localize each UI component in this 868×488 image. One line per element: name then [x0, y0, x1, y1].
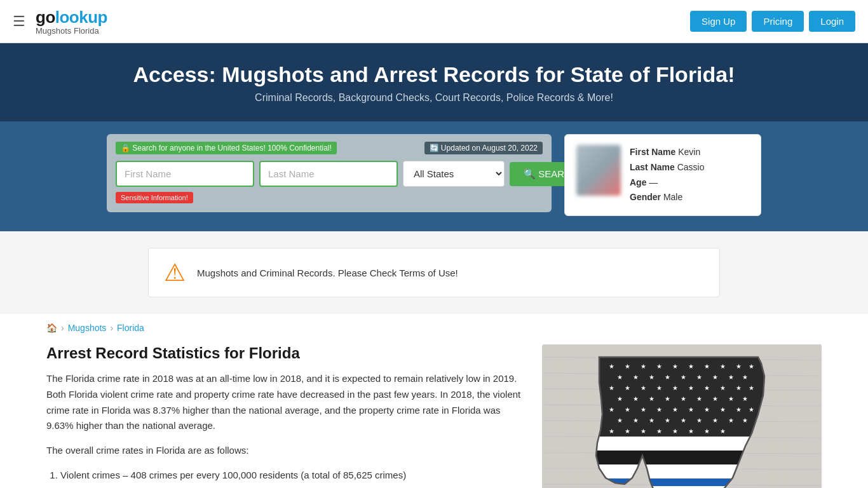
- main-layout: Arrest Record Statistics for Florida The…: [46, 344, 822, 488]
- text-content: Arrest Record Statistics for Florida The…: [46, 344, 523, 488]
- sensitive-badge: Sensitive Information!: [116, 192, 193, 203]
- svg-text:★: ★: [649, 395, 654, 402]
- svg-text:★: ★: [696, 374, 702, 381]
- result-first-name: First Name Kevin: [630, 145, 705, 160]
- svg-text:★: ★: [720, 406, 726, 413]
- login-button[interactable]: Login: [809, 11, 855, 32]
- svg-text:★: ★: [749, 406, 754, 413]
- hero-subtitle: Criminal Records, Background Checks, Cou…: [13, 92, 855, 104]
- breadcrumb: 🏠 › Mugshots › Florida: [46, 314, 822, 344]
- svg-text:★: ★: [704, 428, 710, 435]
- svg-text:★: ★: [609, 384, 614, 391]
- svg-text:★: ★: [656, 428, 662, 435]
- state-select[interactable]: All States Alabama Alaska Arizona Arkans…: [403, 161, 505, 187]
- svg-text:★: ★: [672, 363, 678, 370]
- first-name-val: Kevin: [678, 147, 700, 157]
- hero-banner: Access: Mugshots and Arrest Records for …: [0, 43, 868, 121]
- svg-text:★: ★: [641, 363, 646, 370]
- last-name-input[interactable]: [259, 161, 398, 187]
- warning-bar: ⚠ Mugshots and Criminal Records. Please …: [148, 248, 720, 297]
- search-inputs: All States Alabama Alaska Arizona Arkans…: [116, 161, 543, 187]
- first-name-label: First Name: [630, 147, 678, 157]
- svg-text:★: ★: [742, 374, 748, 381]
- age-label: Age: [630, 177, 649, 187]
- hero-title: Access: Mugshots and Arrest Records for …: [13, 62, 855, 87]
- svg-text:★: ★: [688, 406, 694, 413]
- pricing-button[interactable]: Pricing: [752, 11, 804, 32]
- svg-text:★: ★: [665, 417, 670, 424]
- breadcrumb-florida[interactable]: Florida: [117, 323, 144, 333]
- logo-area: golookup Mugshots Florida: [36, 8, 690, 36]
- svg-text:★: ★: [728, 417, 734, 424]
- avatar: [576, 145, 621, 196]
- article-list: Violent crimes – 408 crimes per every 10…: [46, 468, 523, 488]
- svg-text:★: ★: [712, 374, 718, 381]
- search-icon: 🔍: [524, 168, 536, 179]
- svg-text:★: ★: [665, 395, 670, 402]
- svg-text:★: ★: [712, 417, 718, 424]
- svg-text:★: ★: [736, 363, 742, 370]
- result-age: Age —: [630, 175, 705, 191]
- logo-lookup: lookup: [55, 8, 107, 27]
- svg-text:★: ★: [625, 363, 630, 370]
- svg-text:★: ★: [749, 384, 754, 391]
- florida-state-image: ★★★★★★★★★★ ★★★★★★★★★ ★★★★★★★★★★ ★★★★★★★★…: [542, 344, 822, 488]
- svg-text:★: ★: [704, 384, 710, 391]
- search-top-bar: 🔒 Search for anyone in the United States…: [116, 142, 543, 154]
- svg-text:★: ★: [641, 384, 646, 391]
- svg-text:★: ★: [736, 406, 742, 413]
- last-name-label: Last Name: [630, 162, 677, 172]
- breadcrumb-sep1: ›: [61, 323, 64, 333]
- confidential-badge: 🔒 Search for anyone in the United States…: [116, 142, 337, 154]
- article-paragraph2: The overall crime rates in Florida are a…: [46, 443, 523, 459]
- svg-text:★: ★: [681, 417, 686, 424]
- content-area: 🏠 › Mugshots › Florida Arrest Record Sta…: [34, 314, 834, 488]
- svg-text:★: ★: [742, 417, 748, 424]
- svg-text:★: ★: [742, 395, 748, 402]
- svg-text:★: ★: [649, 374, 654, 381]
- home-icon: 🏠: [46, 323, 57, 333]
- svg-text:★: ★: [720, 363, 726, 370]
- logo[interactable]: golookup: [36, 8, 107, 27]
- svg-text:★: ★: [625, 384, 630, 391]
- hamburger-icon[interactable]: ☰: [13, 13, 25, 30]
- svg-text:★: ★: [656, 363, 662, 370]
- svg-text:★: ★: [672, 406, 678, 413]
- svg-text:★: ★: [656, 406, 662, 413]
- svg-text:★: ★: [728, 395, 734, 402]
- svg-text:★: ★: [665, 374, 670, 381]
- svg-text:★: ★: [609, 363, 614, 370]
- svg-text:★: ★: [617, 374, 623, 381]
- svg-text:★: ★: [672, 428, 678, 435]
- svg-text:★: ★: [633, 374, 639, 381]
- logo-subtitle: Mugshots Florida: [36, 26, 99, 36]
- svg-text:★: ★: [617, 395, 623, 402]
- warning-icon: ⚠: [164, 259, 186, 287]
- svg-text:★: ★: [656, 384, 662, 391]
- updated-badge: 🔄 Updated on August 20, 2022: [424, 142, 543, 154]
- result-last-name: Last Name Cassio: [630, 160, 705, 175]
- svg-text:★: ★: [696, 395, 702, 402]
- svg-text:★: ★: [672, 384, 678, 391]
- signup-button[interactable]: Sign Up: [690, 11, 747, 32]
- svg-text:★: ★: [609, 406, 614, 413]
- article-paragraph1: The Florida crime rate in 2018 was at an…: [46, 371, 523, 434]
- first-name-input[interactable]: [116, 161, 254, 187]
- breadcrumb-home[interactable]: 🏠: [46, 323, 57, 333]
- svg-text:★: ★: [728, 374, 734, 381]
- svg-text:★: ★: [688, 384, 694, 391]
- age-val: —: [649, 177, 658, 187]
- gender-label: Gender: [630, 192, 663, 202]
- last-name-val: Cassio: [677, 162, 705, 172]
- header: ☰ golookup Mugshots Florida Sign Up Pric…: [0, 0, 868, 43]
- svg-text:★: ★: [681, 395, 686, 402]
- svg-text:★: ★: [649, 417, 654, 424]
- result-gender: Gender Male: [630, 190, 705, 205]
- breadcrumb-mugshots[interactable]: Mugshots: [68, 323, 107, 333]
- search-box: 🔒 Search for anyone in the United States…: [107, 134, 552, 212]
- result-info: First Name Kevin Last Name Cassio Age — …: [630, 145, 705, 205]
- result-card: First Name Kevin Last Name Cassio Age — …: [564, 134, 761, 216]
- svg-text:★: ★: [749, 363, 754, 370]
- logo-go: go: [36, 8, 55, 27]
- svg-text:★: ★: [704, 363, 710, 370]
